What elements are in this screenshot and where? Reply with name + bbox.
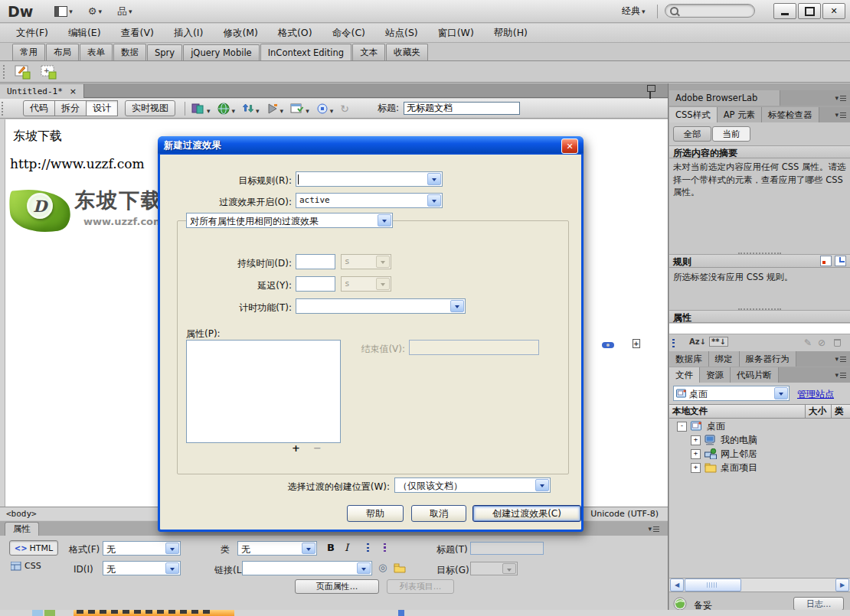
attach-stylesheet-icon[interactable]	[602, 342, 614, 348]
tab-server-behaviors[interactable]: 服务器行为	[740, 351, 797, 367]
manage-sites-link[interactable]: 管理站点	[797, 388, 834, 401]
tab-files[interactable]: 文件	[669, 367, 700, 383]
css-all-button[interactable]: 全部	[673, 126, 711, 142]
insert-tab-favorites[interactable]: 收藏夹	[386, 44, 428, 60]
timing-function-combo[interactable]	[296, 298, 466, 314]
panel-menu-icon[interactable]: ▾	[835, 367, 846, 383]
collapse-icon[interactable]: -	[677, 422, 687, 432]
scroll-right-icon[interactable]: ▶	[835, 579, 849, 592]
link-combo[interactable]	[242, 561, 372, 575]
scroll-left-icon[interactable]: ◀	[670, 579, 684, 592]
attach-stylesheet-icon[interactable]	[820, 256, 832, 266]
menu-modify[interactable]: 修改(M)	[213, 27, 268, 40]
cancel-button[interactable]: 取消	[411, 505, 466, 522]
menu-insert[interactable]: 插入(I)	[164, 27, 213, 40]
tab-snippets[interactable]: 代码片断	[731, 367, 779, 383]
layout-switch-button[interactable]: ▾	[54, 6, 73, 17]
expand-icon[interactable]: +	[691, 463, 701, 473]
css-current-button[interactable]: 当前	[712, 126, 750, 142]
maximize-button[interactable]	[798, 3, 821, 19]
dialog-close-button[interactable]: ✕	[561, 139, 578, 154]
insert-tab-spry[interactable]: Spry	[147, 44, 182, 60]
refresh-button[interactable]: ↻	[340, 103, 349, 115]
search-input[interactable]	[665, 4, 755, 18]
sort-az-icon[interactable]: Az↓	[689, 337, 706, 346]
id-select[interactable]: 无	[103, 561, 181, 575]
scrollbar-thumb[interactable]	[685, 579, 741, 592]
transition-on-combo[interactable]: active	[296, 193, 443, 208]
new-css-rule-icon[interactable]	[835, 256, 846, 266]
create-transition-button[interactable]: 创建过渡效果(C)	[472, 505, 581, 522]
panel-menu-icon[interactable]: ▾	[835, 90, 846, 106]
menu-commands[interactable]: 命令(C)	[322, 27, 375, 40]
drag-grip[interactable]	[3, 65, 8, 79]
site-menu-button[interactable]: 品▾	[117, 5, 132, 18]
document-tab-close-icon[interactable]: ×	[70, 86, 77, 96]
browserlab-tab[interactable]: Adobe BrowserLab	[669, 90, 780, 106]
insert-tab-incontext-editing[interactable]: InContext Editing	[260, 44, 351, 60]
property-listbox[interactable]	[186, 340, 341, 443]
css-mode-button[interactable]: CSS	[11, 561, 41, 571]
log-button[interactable]: 日志...	[793, 597, 844, 611]
italic-button[interactable]: I	[345, 542, 348, 553]
preview-in-browser-button[interactable]: ▾	[217, 103, 236, 115]
column-type[interactable]: 类	[832, 405, 850, 418]
add-property-button[interactable]: +	[292, 442, 300, 454]
menu-view[interactable]: 查看(V)	[111, 27, 164, 40]
tab-databases[interactable]: 数据库	[669, 351, 709, 367]
insert-tab-text[interactable]: 文本	[352, 44, 385, 60]
column-size[interactable]: 大小	[806, 405, 832, 418]
create-editable-region-button[interactable]	[14, 64, 32, 80]
dock-panels-icon[interactable]	[649, 87, 651, 99]
menu-window[interactable]: 窗口(W)	[428, 27, 484, 40]
menu-help[interactable]: 帮助(H)	[484, 27, 538, 40]
menu-site[interactable]: 站点(S)	[375, 27, 428, 40]
format-select[interactable]: 无	[103, 541, 181, 556]
code-navigation-button[interactable]: ▾	[266, 103, 284, 115]
expand-icon[interactable]: +	[691, 435, 701, 445]
drag-grip[interactable]	[2, 102, 6, 116]
file-management-button[interactable]: ▾	[242, 103, 260, 115]
html-mode-button[interactable]: <> HTML	[9, 540, 58, 556]
multiscreen-preview-button[interactable]: ▾	[191, 103, 211, 115]
insert-tab-common[interactable]: 常用	[12, 44, 45, 60]
target-rule-combo[interactable]	[296, 171, 443, 187]
help-button[interactable]: 帮助	[347, 505, 404, 522]
close-button[interactable]: ✕	[822, 3, 845, 19]
property-mode-combo[interactable]: 对所有属性使用相同的过渡效果	[186, 213, 393, 228]
tab-ap-elements[interactable]: AP 元素	[718, 107, 762, 122]
tab-bindings[interactable]: 绑定	[709, 351, 740, 367]
duration-input[interactable]	[296, 254, 335, 269]
tree-item-desktop[interactable]: - 桌面	[677, 419, 725, 433]
delay-input[interactable]	[296, 276, 335, 292]
tree-item-network[interactable]: + 网上邻居	[691, 447, 757, 461]
point-to-file-icon[interactable]: ◎	[378, 562, 387, 573]
inspect-layout-button[interactable]: ▾	[290, 103, 309, 115]
panel-menu-icon[interactable]: ▾	[835, 351, 846, 367]
tab-assets[interactable]: 资源	[700, 367, 731, 383]
menu-file[interactable]: 文件(F)	[6, 27, 58, 40]
insert-tab-data[interactable]: 数据	[113, 44, 146, 60]
extend-menu-button[interactable]: ⚙▾	[88, 5, 102, 17]
remove-property-button[interactable]: −	[313, 442, 322, 454]
show-set-properties-icon[interactable]: **↓	[709, 337, 728, 347]
panel-menu-icon[interactable]: ▾	[648, 525, 659, 533]
panel-menu-icon[interactable]: ▾	[835, 107, 846, 122]
menu-edit[interactable]: 编辑(E)	[58, 27, 111, 40]
browse-folder-icon[interactable]	[394, 563, 406, 573]
doc-title-input[interactable]	[404, 102, 520, 115]
properties-tab[interactable]: 属性	[5, 522, 39, 536]
tab-tag-inspector[interactable]: 标签检查器	[762, 107, 819, 122]
horizontal-scrollbar[interactable]: ◀ ▶	[669, 578, 850, 592]
expand-icon[interactable]: +	[691, 449, 701, 459]
workspace-switcher[interactable]: 经典▾	[622, 5, 646, 18]
bold-button[interactable]: B	[327, 542, 335, 553]
minimize-button[interactable]	[773, 3, 796, 19]
dialog-title-bar[interactable]: 新建过渡效果	[158, 136, 584, 155]
tag-selector-body[interactable]: <body>	[6, 509, 37, 519]
site-select[interactable]: 桌面	[673, 386, 790, 401]
column-local-files[interactable]: 本地文件	[669, 405, 806, 418]
new-rule-icon[interactable]: +	[633, 339, 640, 348]
page-properties-button[interactable]: 页面属性...	[295, 579, 379, 594]
insert-tab-layout[interactable]: 布局	[46, 44, 79, 60]
